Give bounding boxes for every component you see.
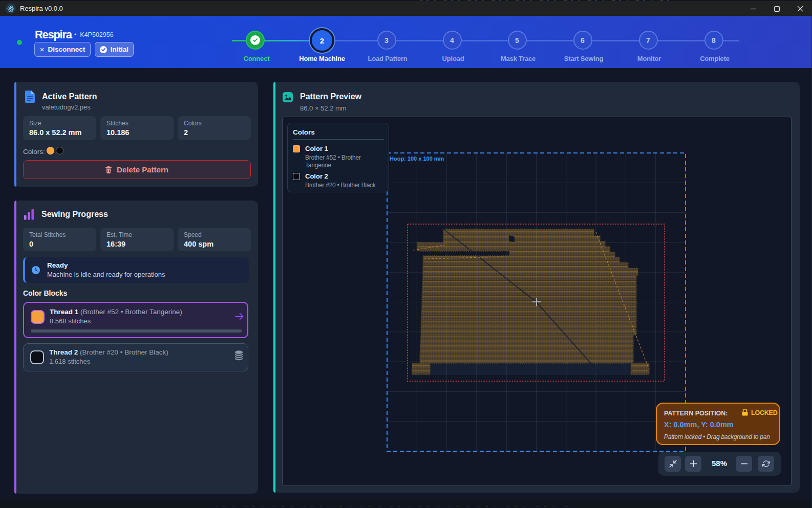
svg-text:Hoop: 100 x 100 mm: Hoop: 100 x 100 mm	[390, 156, 444, 162]
